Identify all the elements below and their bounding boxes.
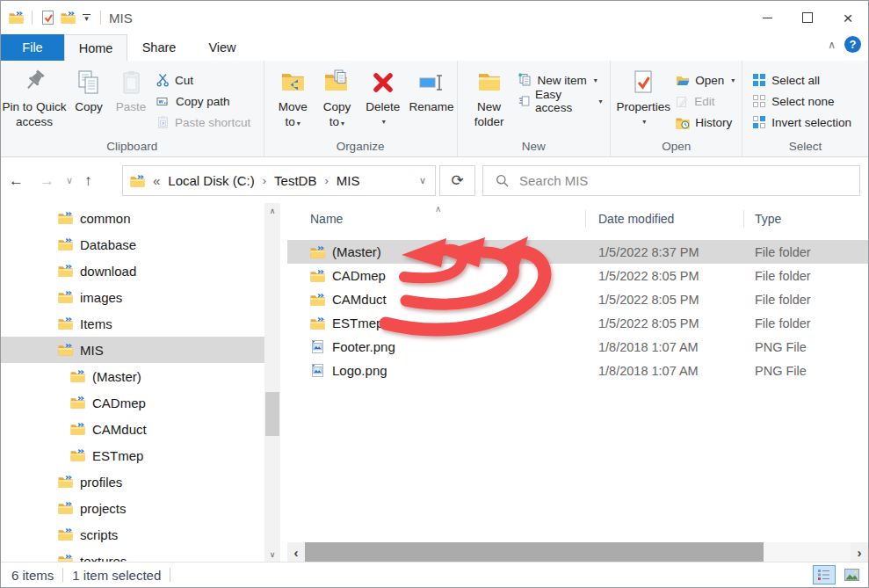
breadcrumb-item-testdb[interactable]: TestDB <box>274 173 316 188</box>
cut-button[interactable]: Cut <box>152 69 261 91</box>
chevron-down-icon: ▾ <box>297 120 301 127</box>
copy-to-button[interactable]: Copy to▾ <box>315 64 359 131</box>
file-date: 1/8/2018 1:07 AM <box>586 364 744 378</box>
sidebar-item-items[interactable]: Items <box>1 310 280 337</box>
sidebar-item-cadmep[interactable]: CADmep <box>1 389 280 416</box>
sidebar-item-images[interactable]: images <box>1 284 280 310</box>
sidebar-item-profiles[interactable]: profiles <box>1 468 280 495</box>
status-bar: 6 items 1 item selected <box>1 562 868 587</box>
ribbon-group-clipboard: Pin to Quick access Copy Paste Cut Copy … <box>1 61 264 156</box>
sidebar-item-textures[interactable]: textures <box>1 548 280 562</box>
search-input[interactable] <box>518 172 811 189</box>
table-row-cadmep[interactable]: CADmep 1/5/2022 8:05 PM File folder <box>287 264 868 287</box>
delete-button[interactable]: Delete ▾ <box>359 64 406 129</box>
sort-ascending-icon[interactable]: ∧ <box>435 204 441 214</box>
address-history-chevron-icon[interactable]: ∨ <box>410 175 435 186</box>
new-folder-label-1: New <box>477 99 501 114</box>
chevron-right-icon[interactable]: › <box>324 174 328 187</box>
move-to-label-2: to▾ <box>286 114 301 131</box>
rename-button[interactable]: Rename <box>406 64 456 114</box>
history-button[interactable]: History <box>671 112 742 133</box>
sidebar-scrollbar[interactable]: ∧ ∨ <box>264 203 280 562</box>
scrollbar-thumb[interactable] <box>305 542 764 562</box>
edit-icon <box>676 95 689 108</box>
thumbnail-view-button[interactable] <box>840 565 863 584</box>
maximize-button[interactable] <box>787 1 828 34</box>
png-file-icon <box>312 340 323 353</box>
table-row-footer-png[interactable]: Footer.png 1/8/2018 1:07 AM PNG File <box>287 335 868 359</box>
up-button[interactable]: ↑ <box>76 172 100 190</box>
breadcrumb-item-drive[interactable]: Local Disk (C:) <box>168 173 254 188</box>
refresh-button[interactable]: ⟳ <box>439 165 475 196</box>
search-box[interactable] <box>482 165 860 196</box>
new-item-icon <box>518 73 532 87</box>
tab-home[interactable]: Home <box>64 34 127 61</box>
scroll-right-button[interactable]: › <box>851 542 868 562</box>
table-row-estmep[interactable]: ESTmep 1/5/2022 8:05 PM File folder <box>287 311 868 335</box>
chevron-right-icon[interactable]: › <box>263 174 266 187</box>
minimize-button[interactable] <box>747 1 787 34</box>
folder-icon <box>70 370 85 382</box>
select-none-button[interactable]: Select none <box>748 91 867 112</box>
file-date: 1/5/2022 8:05 PM <box>586 316 744 330</box>
move-to-button[interactable]: Move to▾ <box>272 64 315 131</box>
back-button[interactable]: ← <box>1 172 32 190</box>
close-button[interactable]: × <box>828 1 868 34</box>
copy-button[interactable]: Copy <box>68 64 110 114</box>
search-icon <box>496 174 509 187</box>
ribbon-group-select: Select all Select none Invert selection … <box>742 61 868 156</box>
horizontal-scrollbar[interactable]: ‹ › <box>287 542 868 562</box>
select-all-button[interactable]: Select all <box>748 69 867 91</box>
sidebar-item-database[interactable]: Database <box>1 231 280 258</box>
scroll-down-icon[interactable]: ∨ <box>264 547 280 562</box>
collapsed-crumbs-icon[interactable]: « <box>153 173 160 188</box>
tab-file[interactable]: File <box>1 34 64 61</box>
select-small-column: Select all Select none Invert selection <box>748 64 867 133</box>
view-switcher <box>813 565 863 584</box>
pin-to-quick-access-button[interactable]: Pin to Quick access <box>1 64 68 129</box>
sidebar-item-master[interactable]: (Master) <box>1 363 280 389</box>
file-type: File folder <box>744 293 868 307</box>
paste-shortcut-button: Paste shortcut <box>152 112 261 133</box>
folder-icon <box>310 270 325 282</box>
selected-count: 1 item selected <box>72 568 161 583</box>
tab-view[interactable]: View <box>191 34 254 61</box>
scrollbar-thumb[interactable] <box>265 392 279 436</box>
sidebar-item-scripts[interactable]: scripts <box>1 521 280 548</box>
easy-access-button[interactable]: Easy access▾ <box>514 91 607 112</box>
new-folder-quick-icon[interactable] <box>61 11 76 24</box>
details-view-icon <box>817 569 831 581</box>
scroll-left-button[interactable]: ‹ <box>287 542 305 562</box>
address-bar[interactable]: « Local Disk (C:) › TestDB › MIS ∨ <box>122 165 436 196</box>
tab-share[interactable]: Share <box>127 34 191 61</box>
sidebar-item-mis[interactable]: MIS <box>1 337 280 363</box>
help-icon[interactable]: ? <box>844 36 861 53</box>
png-file-icon <box>312 364 323 377</box>
folder-icon <box>9 11 24 24</box>
table-row-camduct[interactable]: CAMduct 1/5/2022 8:05 PM File folder <box>287 287 868 311</box>
column-header-date-modified[interactable]: Date modified <box>586 210 744 228</box>
properties-quick-icon[interactable] <box>40 10 55 25</box>
scroll-up-icon[interactable]: ∧ <box>264 203 280 218</box>
properties-button[interactable]: Properties ▾ <box>615 64 671 129</box>
sidebar-item-projects[interactable]: projects <box>1 495 280 521</box>
invert-selection-button[interactable]: Invert selection <box>748 112 867 133</box>
breadcrumb-item-mis[interactable]: MIS <box>337 173 360 188</box>
table-row-logo-png[interactable]: Logo.png 1/8/2018 1:07 AM PNG File <box>287 359 868 382</box>
sidebar-item-estmep[interactable]: ESTmep <box>1 442 280 468</box>
select-content: Select all Select none Invert selection <box>742 61 868 139</box>
new-folder-button[interactable]: New folder <box>465 64 514 129</box>
sidebar-item-label: CAMduct <box>92 422 147 437</box>
collapse-ribbon-icon[interactable]: ∧ <box>828 39 836 51</box>
sidebar-item-camduct[interactable]: CAMduct <box>1 416 280 442</box>
copy-path-button[interactable]: Copy path <box>152 91 261 112</box>
details-view-button[interactable] <box>813 565 836 584</box>
sidebar-item-label: images <box>80 290 122 305</box>
recent-locations-chevron-icon[interactable]: ∨ <box>62 175 76 186</box>
column-header-type[interactable]: Type <box>744 210 868 228</box>
sidebar-item-common[interactable]: common <box>1 205 280 231</box>
customize-toolbar-dropdown[interactable]: ▾ <box>81 14 92 21</box>
open-button[interactable]: Open▾ <box>671 69 742 91</box>
sidebar-item-download[interactable]: download <box>1 258 280 284</box>
table-row-master[interactable]: (Master) 1/5/2022 8:37 PM File folder <box>287 240 868 264</box>
